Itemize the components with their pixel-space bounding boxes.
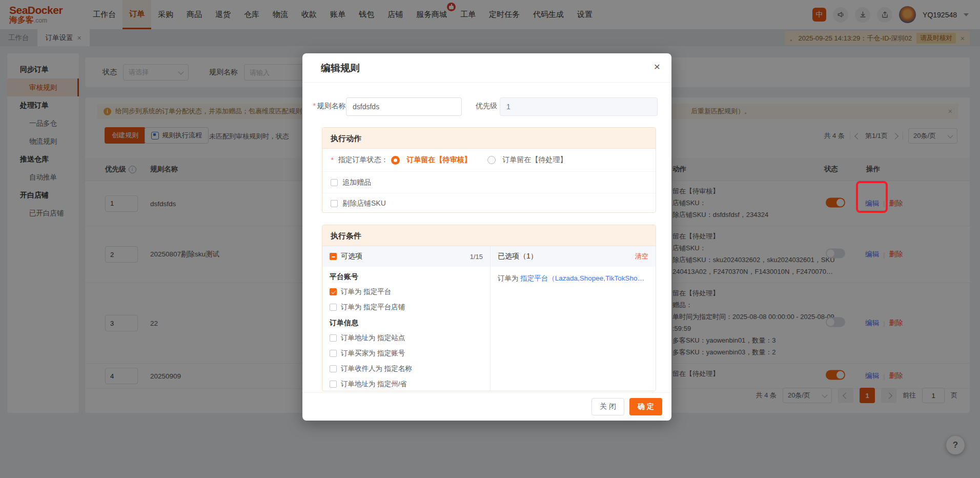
checkbox-icon[interactable] xyxy=(330,350,337,357)
close-button[interactable]: 关 闭 xyxy=(591,398,624,415)
modal-title: 编辑规则 xyxy=(321,62,360,75)
condition-option[interactable]: 订单为 指定平台店铺 xyxy=(330,300,483,315)
condition-option-label: 订单买家为 指定账号 xyxy=(341,349,405,358)
clear-selection-link[interactable]: 清空 xyxy=(635,252,648,261)
radio-pending-review-label[interactable]: 订单留在【待审核】 xyxy=(406,155,471,165)
edit-highlight-annotation xyxy=(856,181,888,213)
remove-sku-checkbox[interactable] xyxy=(331,200,338,207)
radio-unselected-icon[interactable] xyxy=(487,156,496,164)
platform-link[interactable]: 指定平台（Lazada,Shopee,TikTokSho… xyxy=(520,274,644,282)
available-count: 1/15 xyxy=(470,253,483,261)
checkbox-icon[interactable] xyxy=(330,381,337,388)
checkbox-icon[interactable] xyxy=(330,304,337,311)
rule-name-label: 规则名称 xyxy=(317,102,345,110)
checkbox-checked-icon[interactable] xyxy=(330,288,337,295)
condition-option-label: 订单地址为 指定州/省 xyxy=(341,380,407,389)
available-options-panel: 可选项 1/15 平台账号订单为 指定平台订单为 指定平台店铺订单信息订单地址为… xyxy=(322,246,491,391)
option-group-title: 平台账号 xyxy=(330,269,483,284)
condition-option-label: 订单为 指定平台店铺 xyxy=(341,303,405,312)
condition-section: 执行条件 可选项 1/15 平台账号订单为 指定平台订单为 指定平台店铺订单信息… xyxy=(322,225,656,391)
remove-sku-label[interactable]: 剔除店铺SKU xyxy=(342,199,386,208)
page: SeaDocker 海多客.com 工作台订单采购商品退货仓库物流收款账单钱包店… xyxy=(0,0,980,478)
condition-section-title: 执行条件 xyxy=(322,225,656,246)
action-section: 执行动作 * 指定订单状态： 订单留在【待审核】 订单留在【待处理】 追加赠品 … xyxy=(322,127,656,213)
select-all-checkbox[interactable] xyxy=(330,253,337,260)
available-label: 可选项 xyxy=(341,252,362,261)
add-gift-checkbox[interactable] xyxy=(331,179,338,186)
priority-input[interactable] xyxy=(500,97,658,116)
required-mark: * xyxy=(313,102,315,110)
option-group-title: 订单信息 xyxy=(330,315,483,330)
order-status-label: 指定订单状态： xyxy=(338,155,388,165)
rule-name-row: *规则名称 优先级 xyxy=(313,97,658,116)
condition-option-label: 订单为 指定平台 xyxy=(341,287,391,296)
options-list: 平台账号订单为 指定平台订单为 指定平台店铺订单信息订单地址为 指定站点订单买家… xyxy=(322,267,490,391)
modal-footer: 关 闭 确 定 xyxy=(302,392,671,421)
condition-option[interactable]: 订单地址为 指定站点 xyxy=(330,330,483,346)
condition-option[interactable]: 订单为 指定平台 xyxy=(330,284,483,300)
add-gift-label[interactable]: 追加赠品 xyxy=(342,178,371,187)
checkbox-icon[interactable] xyxy=(330,334,337,342)
modal-header: 编辑规则 × xyxy=(302,53,671,83)
radio-pending-process-label[interactable]: 订单留在【待处理】 xyxy=(502,155,567,165)
selected-item: 订单为 指定平台（Lazada,Shopee,TikTokSho… xyxy=(491,267,656,283)
action-section-title: 执行动作 xyxy=(322,128,656,149)
confirm-button[interactable]: 确 定 xyxy=(629,398,662,415)
checkbox-icon[interactable] xyxy=(330,365,337,372)
edit-rule-modal: 编辑规则 × *规则名称 优先级 执行动作 * 指定订单状态： 订单留在【待审核… xyxy=(302,53,671,421)
condition-option[interactable]: 订单收件人为 指定名称 xyxy=(330,361,483,376)
radio-selected-icon[interactable] xyxy=(391,156,400,165)
condition-option-label: 订单收件人为 指定名称 xyxy=(341,364,412,373)
selected-label: 已选项（1） xyxy=(498,252,538,261)
priority-label: 优先级 xyxy=(476,102,497,111)
selected-options-panel: 已选项（1） 清空 订单为 指定平台（Lazada,Shopee,TikTokS… xyxy=(491,246,656,391)
modal-close-icon[interactable]: × xyxy=(654,61,660,73)
condition-option[interactable]: 订单地址为 指定州/省 xyxy=(330,376,483,391)
condition-option-label: 订单地址为 指定站点 xyxy=(341,333,405,343)
rule-name-input[interactable] xyxy=(346,97,462,116)
condition-option[interactable]: 订单买家为 指定账号 xyxy=(330,346,483,361)
